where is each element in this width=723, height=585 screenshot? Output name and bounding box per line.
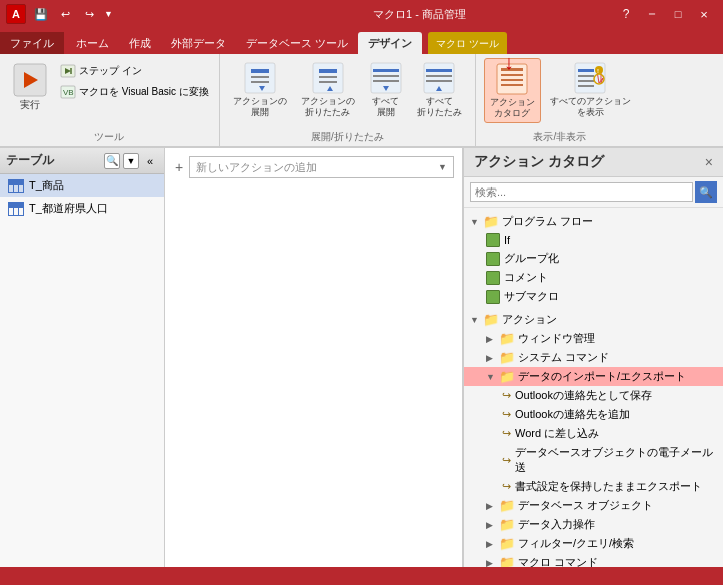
- green-icon-if: [486, 233, 500, 247]
- table-item-todofuken[interactable]: T_都道府県人口: [0, 197, 164, 220]
- panel-close-icon[interactable]: «: [142, 153, 158, 169]
- quick-more[interactable]: ▼: [104, 9, 113, 19]
- tree-arrow-actions: ▼: [470, 315, 480, 325]
- arrow-icon-format-export: ↪: [502, 480, 511, 493]
- svg-rect-29: [501, 74, 523, 76]
- ribbon-group-expand: アクションの展開 アクションの折りたたみ: [220, 54, 476, 146]
- table-label-todofuken: T_都道府県人口: [29, 201, 108, 216]
- panel-menu-icon[interactable]: ▼: [123, 153, 139, 169]
- svg-rect-33: [578, 69, 594, 72]
- tree-item-word-merge[interactable]: ↪ Word に差し込み: [464, 424, 723, 443]
- catalog-search-input[interactable]: [470, 182, 693, 202]
- quick-undo[interactable]: ↩: [56, 5, 74, 23]
- tree-item-outlook-add[interactable]: ↪ Outlookの連絡先を追加: [464, 405, 723, 424]
- tree-folder-actions[interactable]: ▼ 📁 アクション: [464, 310, 723, 329]
- convert-icon: VB: [60, 85, 76, 99]
- show-all-actions-button[interactable]: ! すべてのアクションを表示: [545, 58, 636, 121]
- table-icon-todofuken: [8, 202, 24, 216]
- tree-arrow-macro-cmd: ▶: [486, 558, 496, 568]
- tree-item-comment[interactable]: コメント: [464, 268, 723, 287]
- access-icon: A: [6, 4, 26, 24]
- tree-item-format-export[interactable]: ↪ 書式設定を保持したままエクスポート: [464, 477, 723, 496]
- tree-folder-program-flow[interactable]: ▼ 📁 プログラム フロー: [464, 212, 723, 231]
- tree-folder-sys-cmd[interactable]: ▶ 📁 システム コマンド: [464, 348, 723, 367]
- title-controls: ? － □ ×: [613, 1, 717, 27]
- expand-action-button[interactable]: アクションの展開: [228, 58, 292, 121]
- tree-item-db-email[interactable]: ↪ データベースオブジェクトの電子メール送: [464, 443, 723, 477]
- catalog-title: アクション カタログ: [474, 153, 604, 171]
- catalog-search-button[interactable]: 🔍: [695, 181, 717, 203]
- svg-rect-30: [501, 79, 523, 81]
- table-item-shohin[interactable]: T_商品: [0, 174, 164, 197]
- tree-folder-data-entry[interactable]: ▶ 📁 データ入力操作: [464, 515, 723, 534]
- tree-item-outlook-link[interactable]: ↪ Outlookの連絡先として保存: [464, 386, 723, 405]
- tree-label-db-email: データベースオブジェクトの電子メール送: [515, 445, 717, 475]
- tab-db-tools[interactable]: データベース ツール: [236, 32, 358, 54]
- tree-arrow-import: ▼: [486, 372, 496, 382]
- svg-rect-25: [426, 80, 452, 82]
- svg-rect-15: [319, 81, 337, 83]
- folder-icon-data-entry: 📁: [499, 517, 515, 532]
- tree-label-actions: アクション: [502, 312, 557, 327]
- tab-create[interactable]: 作成: [119, 32, 161, 54]
- title-text: マクロ1 - 商品管理: [226, 7, 613, 22]
- convert-button[interactable]: VB マクロを Visual Basic に変換: [56, 83, 213, 101]
- expand-all-icon: [369, 61, 403, 95]
- quick-save[interactable]: 💾: [32, 5, 50, 23]
- tab-external[interactable]: 外部データ: [161, 32, 236, 54]
- ribbon-group-show-label: 表示/非表示: [484, 130, 636, 146]
- tree-item-if[interactable]: If: [464, 231, 723, 249]
- step-in-button[interactable]: ステップ イン: [56, 62, 213, 80]
- ribbon-group-expand-label: 展開/折りたたみ: [228, 130, 467, 146]
- svg-rect-35: [578, 80, 594, 82]
- tree-label-outlook-add: Outlookの連絡先を追加: [515, 407, 630, 422]
- catalog-header: アクション カタログ ×: [464, 148, 723, 177]
- tree-item-submacro[interactable]: サブマクロ: [464, 287, 723, 306]
- add-action-plus[interactable]: +: [173, 159, 185, 175]
- svg-rect-10: [251, 81, 269, 83]
- catalog-search-area: 🔍: [464, 177, 723, 208]
- tree-item-group[interactable]: グループ化: [464, 249, 723, 268]
- tab-file[interactable]: ファイル: [0, 32, 64, 54]
- center-panel: + 新しいアクションの追加 ▼: [165, 148, 463, 567]
- expand-all-button[interactable]: すべて展開: [364, 58, 408, 121]
- tree-folder-import-export[interactable]: ▼ 📁 データのインポート/エクスポート: [464, 367, 723, 386]
- catalog-close-button[interactable]: ×: [705, 154, 713, 170]
- folder-icon-import: 📁: [499, 369, 515, 384]
- quick-redo[interactable]: ↪: [80, 5, 98, 23]
- tree-folder-filter[interactable]: ▶ 📁 フィルター/クエリ/検索: [464, 534, 723, 553]
- table-icon-shohin: [8, 179, 24, 193]
- collapse-action-button[interactable]: アクションの折りたたみ: [296, 58, 360, 121]
- run-button[interactable]: 実行: [6, 58, 54, 116]
- add-action-row: + 新しいアクションの追加 ▼: [173, 156, 454, 178]
- arrow-icon-outlook-add: ↪: [502, 408, 511, 421]
- tree-folder-db-object[interactable]: ▶ 📁 データベース オブジェクト: [464, 496, 723, 515]
- svg-rect-19: [373, 75, 399, 77]
- tab-macro-tools[interactable]: マクロ ツール: [428, 32, 507, 54]
- close-button[interactable]: ×: [691, 1, 717, 27]
- expand-all-label: すべて展開: [372, 96, 399, 118]
- add-action-dropdown[interactable]: 新しいアクションの追加 ▼: [189, 156, 454, 178]
- tree-folder-window-mgmt[interactable]: ▶ 📁 ウィンドウ管理: [464, 329, 723, 348]
- tree-label-word-merge: Word に差し込み: [515, 426, 599, 441]
- help-button[interactable]: ?: [613, 1, 639, 27]
- arrow-icon-outlook-link: ↪: [502, 389, 511, 402]
- svg-text:VB: VB: [63, 88, 74, 97]
- svg-text:!: !: [597, 68, 599, 74]
- minimize-button[interactable]: －: [639, 1, 665, 27]
- panel-search-icon[interactable]: 🔍: [104, 153, 120, 169]
- tree-folder-macro-cmd[interactable]: ▶ 📁 マクロ コマンド: [464, 553, 723, 567]
- tree-arrow-program: ▼: [470, 217, 480, 227]
- collapse-all-button[interactable]: すべて折りたたみ: [412, 58, 467, 121]
- run-icon: [12, 62, 48, 98]
- tree-label-db-object: データベース オブジェクト: [518, 498, 653, 513]
- tab-home[interactable]: ホーム: [66, 32, 119, 54]
- collapse-all-icon: [422, 61, 456, 95]
- restore-button[interactable]: □: [665, 1, 691, 27]
- svg-rect-13: [319, 69, 337, 73]
- tree-label-if: If: [504, 234, 510, 246]
- tree-label-format-export: 書式設定を保持したままエクスポート: [515, 479, 702, 494]
- tree-arrow-db-obj: ▶: [486, 501, 496, 511]
- tree-arrow-filter: ▶: [486, 539, 496, 549]
- tab-design[interactable]: デザイン: [358, 32, 422, 54]
